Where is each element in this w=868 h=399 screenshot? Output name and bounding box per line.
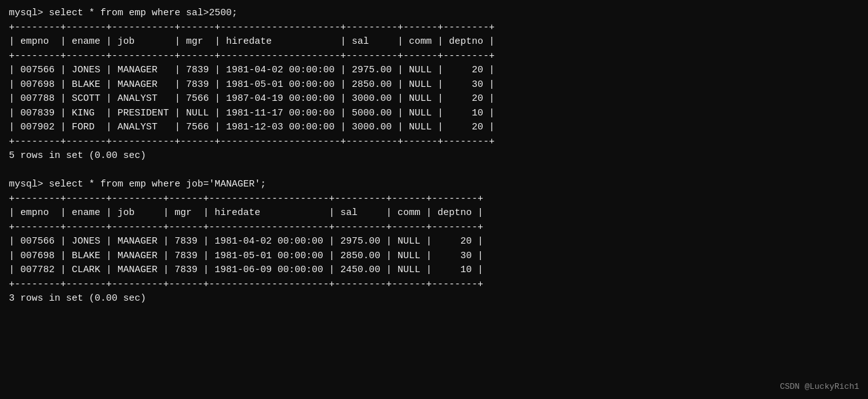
terminal-output: mysql> select * from emp where sal>2500;… <box>9 6 859 306</box>
watermark: CSDN @LuckyRich1 <box>780 381 859 393</box>
